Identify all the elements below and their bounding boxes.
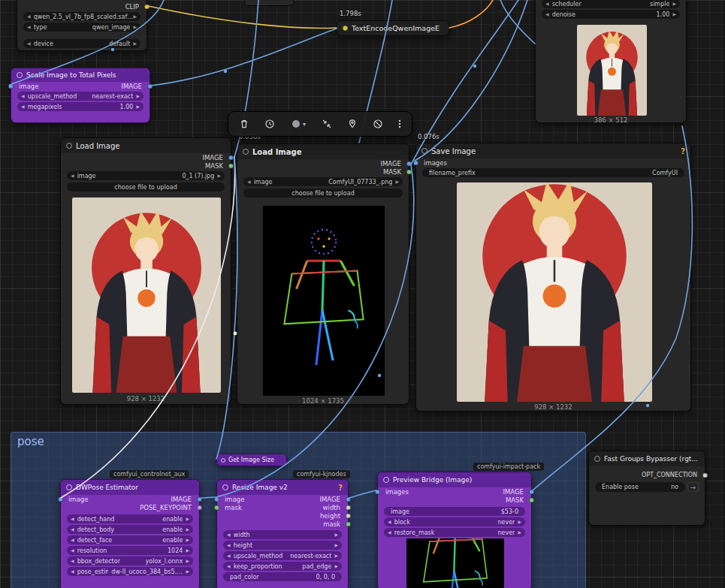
combo-right-icon[interactable]: ▶	[186, 538, 189, 542]
mask-input-slot[interactable]	[214, 505, 219, 510]
pin-button[interactable]	[340, 112, 365, 136]
widget-detect-body[interactable]: ◀ detect_body enable ▶	[67, 525, 193, 534]
combo-right-icon[interactable]: ▶	[186, 517, 189, 521]
widget-height[interactable]: ◀ height ▶	[223, 541, 342, 550]
clip-output-slot[interactable]	[144, 4, 150, 9]
node-dwpose-estimator[interactable]: DWPose Estimator image IMAGE POSE_KEYPOI…	[60, 479, 200, 588]
node-scale-image-to-total-pixels[interactable]: Scale Image to Total Pixels image IMAGE …	[11, 68, 150, 123]
combo-left-icon[interactable]: ◀	[388, 530, 391, 535]
widget-megapixels[interactable]: ◀ megapixels 1.00 ▶	[17, 102, 143, 111]
combo-left-icon[interactable]: ◀	[545, 2, 549, 6]
collapse-toggle-icon[interactable]	[594, 456, 600, 462]
combo-left-icon[interactable]: ◀	[71, 517, 74, 521]
node-header[interactable]: Load Image	[237, 144, 409, 159]
image-output-slot[interactable]	[197, 496, 202, 502]
combo-right-icon[interactable]: ▶	[186, 569, 189, 574]
combo-left-icon[interactable]: ◀	[227, 532, 231, 537]
more-options-button[interactable]	[391, 112, 409, 136]
selection-toolbar[interactable]: ▾	[228, 111, 412, 137]
node-header[interactable]: Resize Image v2 ?	[217, 480, 348, 495]
collapse-toggle-icon[interactable]	[421, 148, 427, 154]
image-output-slot[interactable]	[228, 155, 234, 160]
combo-right-icon[interactable]: ▶	[133, 41, 137, 46]
collapse-button[interactable]	[314, 112, 340, 136]
collapse-toggle-icon[interactable]	[221, 458, 225, 463]
widget-scheduler[interactable]: ◀ scheduler simple ▶	[542, 0, 680, 8]
color-picker-button[interactable]: ▾	[282, 112, 314, 136]
combo-right-icon[interactable]: ▶	[334, 553, 338, 558]
collapse-toggle-icon[interactable]	[66, 143, 72, 149]
pose-image-preview[interactable]	[263, 206, 385, 396]
node-text-encode-qwen-image[interactable]: TextEncodeQwenImageE	[337, 20, 449, 36]
choose-file-button[interactable]: choose file to upload	[243, 188, 403, 198]
node-header[interactable]: Save Image ?	[416, 143, 690, 158]
group-pose-title[interactable]: pose	[17, 435, 44, 448]
combo-right-icon[interactable]: ▶	[672, 12, 676, 17]
combo-left-icon[interactable]: ◀	[545, 12, 549, 17]
combo-left-icon[interactable]: ◀	[227, 564, 231, 568]
combo-right-icon[interactable]: ▶	[334, 543, 338, 547]
opt-connection-output-slot[interactable]	[702, 472, 708, 478]
node-graph-canvas[interactable]: pose CLIP ◀ qwen_2.5_vl_7b_fp8_scaled.sa…	[0, 0, 725, 588]
node-load-image-left[interactable]: Load Image IMAGE MASK ◀ image 0_1 (7).jp…	[60, 137, 231, 405]
combo-left-icon[interactable]: ◀	[21, 94, 25, 98]
choose-file-button[interactable]: choose file to upload	[67, 182, 225, 191]
image-output-slot[interactable]	[529, 489, 534, 494]
images-input-slot[interactable]	[375, 489, 380, 494]
node-clip-loader[interactable]: CLIP ◀ qwen_2.5_vl_7b_fp8_scaled.saf ...…	[17, 0, 147, 51]
collapse-toggle-icon[interactable]	[222, 484, 228, 490]
combo-left-icon[interactable]: ◀	[27, 41, 31, 46]
node-header[interactable]: Fast Groups Bypasser (rgt...	[589, 451, 705, 466]
image-input-slot[interactable]	[8, 83, 14, 89]
help-icon[interactable]: ?	[338, 484, 343, 492]
node-save-image[interactable]: Save Image ? images filename_prefix Comf…	[415, 143, 691, 412]
refresh-button[interactable]	[257, 112, 282, 136]
combo-left-icon[interactable]: ◀	[27, 14, 31, 19]
widget-upscale-method[interactable]: ◀ upscale_method nearest-exact ▶	[17, 92, 143, 101]
collapse-toggle-icon[interactable]	[17, 72, 23, 78]
node-header[interactable]: DWPose Estimator	[61, 480, 199, 495]
image-output-slot[interactable]	[346, 496, 351, 502]
saved-image-preview[interactable]	[457, 182, 652, 402]
combo-right-icon[interactable]: ▶	[334, 532, 338, 537]
combo-left-icon[interactable]: ◀	[227, 553, 231, 558]
mask-output-slot[interactable]	[346, 521, 351, 526]
combo-right-icon[interactable]: ▶	[186, 559, 189, 563]
combo-left-icon[interactable]: ◀	[27, 25, 31, 29]
node-preview-bridge[interactable]: Preview Bridge (Image) images IMAGE MASK…	[377, 472, 532, 588]
combo-left-icon[interactable]: ◀	[71, 548, 74, 553]
widget-pad-color[interactable]: pad_color 0, 0, 0	[223, 572, 342, 581]
widget-clip-model[interactable]: ◀ qwen_2.5_vl_7b_fp8_scaled.saf ... ▶	[23, 12, 140, 21]
widget-restore-mask[interactable]: ◀ restore_mask never ▶	[384, 528, 525, 537]
combo-left-icon[interactable]: ◀	[71, 173, 74, 178]
combo-left-icon[interactable]: ◀	[21, 104, 25, 109]
combo-right-icon[interactable]: ▶	[186, 527, 189, 532]
node-load-image-center[interactable]: Load Image IMAGE MASK ◀ image ComfyUI_07…	[237, 143, 409, 405]
combo-right-icon[interactable]: ▶	[133, 14, 137, 19]
node-header[interactable]: Preview Bridge (Image)	[378, 472, 531, 487]
widget-upscale-method[interactable]: ◀ upscale_method nearest-exact ▶	[223, 551, 342, 560]
widget-block[interactable]: ◀ block never ▶	[384, 517, 525, 526]
combo-left-icon[interactable]: ◀	[71, 559, 74, 563]
combo-right-icon[interactable]: ▶	[136, 94, 140, 98]
combo-right-icon[interactable]: ▶	[518, 530, 521, 535]
combo-right-icon[interactable]: ▶	[518, 520, 521, 524]
widget-filename-prefix[interactable]: filename_prefix ComfyUI	[422, 168, 684, 177]
combo-right-icon[interactable]: ▶	[186, 548, 189, 553]
image-input-slot[interactable]	[214, 496, 219, 502]
mask-output-slot[interactable]	[529, 497, 534, 502]
node-header[interactable]: Get Image Size	[217, 454, 286, 466]
delete-button[interactable]	[231, 112, 257, 136]
widget-type[interactable]: ◀ type qwen_image ▶	[23, 23, 140, 32]
widget-detect-face[interactable]: ◀ detect_face enable ▶	[67, 535, 193, 544]
widget-resolution[interactable]: ◀ resolution 1024 ▶	[67, 546, 193, 555]
node-resize-image-v2[interactable]: Resize Image v2 ? image IMAGE mask width…	[216, 479, 349, 588]
combo-left-icon[interactable]: ◀	[388, 520, 391, 524]
image-output-slot[interactable]	[406, 161, 412, 166]
widget-detect-hand[interactable]: ◀ detect_hand enable ▶	[67, 514, 193, 523]
goto-group-arrow-icon[interactable]: →	[687, 482, 699, 492]
widget-pose-estimator[interactable]: ◀ pose_estimator dw-ll_ucoco_384_bs5.tor…	[67, 567, 193, 576]
combo-left-icon[interactable]: ◀	[71, 569, 74, 574]
node-header[interactable]: Load Image	[61, 138, 231, 153]
widget-image-file[interactable]: ◀ image 0_1 (7).jpg ▶	[67, 171, 225, 180]
